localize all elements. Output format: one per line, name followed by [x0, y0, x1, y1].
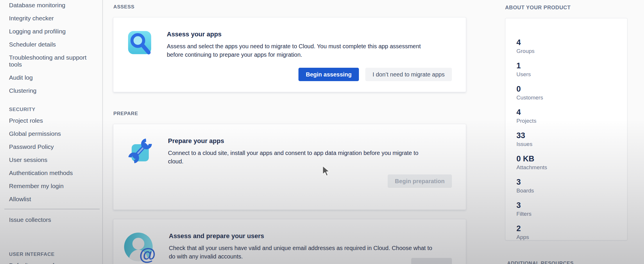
assess-your-apps-card: Assess your apps Assess and select the a…	[113, 17, 466, 92]
stat-users: 1 Users	[516, 61, 621, 78]
sidebar-item-password-policy[interactable]: Password Policy	[9, 143, 102, 150]
sidebar-item-user-sessions[interactable]: User sessions	[9, 156, 102, 163]
sidebar-item-global-permissions[interactable]: Global permissions	[9, 130, 102, 137]
migration-assistant-main: ASSESS Assess your apps Assess and selec…	[113, 0, 466, 264]
card-description: Check that all your users have valid and…	[169, 244, 452, 261]
sidebar-item-database-monitoring[interactable]: Database monitoring	[9, 2, 102, 9]
stat-groups: 4 Groups	[516, 38, 621, 55]
settings-sidebar: Database monitoring Integrity checker Lo…	[0, 0, 103, 264]
about-your-product-panel: ABOUT YOUR PRODUCT 4 Groups 1 Users 0 Cu…	[505, 0, 628, 240]
sidebar-item-default-user-preferences[interactable]: Default user preferences	[9, 262, 102, 264]
begin-assessing-button[interactable]: Begin assessing	[298, 68, 359, 81]
card-title: Assess and prepare your users	[169, 232, 452, 240]
sidebar-item-audit-log[interactable]: Audit log	[9, 74, 102, 81]
begin-preparation-button[interactable]: Begin preparation	[388, 174, 452, 188]
sidebar-item-clustering[interactable]: Clustering	[9, 87, 102, 94]
stat-customers: 0 Customers	[516, 85, 621, 101]
stat-issues: 33 Issues	[516, 131, 621, 148]
sidebar-item-logging-and-profiling[interactable]: Logging and profiling	[9, 28, 102, 35]
section-header-assess: ASSESS	[113, 4, 466, 10]
card-description: Connect to a cloud site, install your ap…	[168, 149, 452, 166]
dont-need-migrate-apps-button[interactable]: I don’t need to migrate apps	[365, 68, 452, 81]
sidebar-item-scheduler-details[interactable]: Scheduler details	[9, 41, 102, 48]
magnifier-app-icon	[127, 30, 152, 57]
sidebar-section-user-interface: USER INTERFACE	[9, 251, 102, 257]
partial-hidden-button[interactable]	[411, 258, 452, 264]
sidebar-item-troubleshooting[interactable]: Troubleshooting and support tools	[9, 54, 102, 68]
user-at-icon: @	[124, 232, 158, 264]
stat-projects: 4 Projects	[516, 108, 621, 124]
sidebar-item-issue-collectors[interactable]: Issue collectors	[9, 216, 102, 223]
card-description: Assess and select the apps you need to m…	[167, 42, 452, 59]
wrench-app-icon	[127, 137, 153, 165]
stat-attachments: 0 KB Attachments	[516, 154, 621, 171]
stat-apps: 2 Apps	[516, 224, 621, 241]
sidebar-section-security: SECURITY	[9, 107, 102, 113]
additional-resources-header: ADDITIONAL RESOURCES	[507, 261, 574, 264]
sidebar-item-allowlist[interactable]: Allowlist	[9, 196, 102, 203]
card-title: Assess your apps	[167, 30, 452, 38]
sidebar-item-integrity-checker[interactable]: Integrity checker	[9, 15, 102, 22]
svg-text:@: @	[139, 245, 156, 263]
sidebar-item-remember-my-login[interactable]: Remember my login	[9, 183, 102, 190]
stat-filters: 3 Filters	[516, 201, 621, 217]
sidebar-divider	[4, 209, 100, 209]
sidebar-item-authentication-methods[interactable]: Authentication methods	[9, 170, 102, 176]
card-title: Prepare your apps	[168, 137, 452, 145]
sidebar-item-project-roles[interactable]: Project roles	[9, 117, 102, 124]
about-your-product-header: ABOUT YOUR PRODUCT	[505, 5, 628, 11]
section-header-prepare: PREPARE	[113, 111, 466, 117]
product-stats-card: 4 Groups 1 Users 0 Customers 4 Projects …	[505, 18, 627, 240]
prepare-your-apps-card: Prepare your apps Connect to a cloud sit…	[113, 124, 466, 210]
assess-prepare-users-card: @ Assess and prepare your users Check th…	[113, 219, 466, 264]
stat-boards: 3 Boards	[516, 178, 621, 194]
